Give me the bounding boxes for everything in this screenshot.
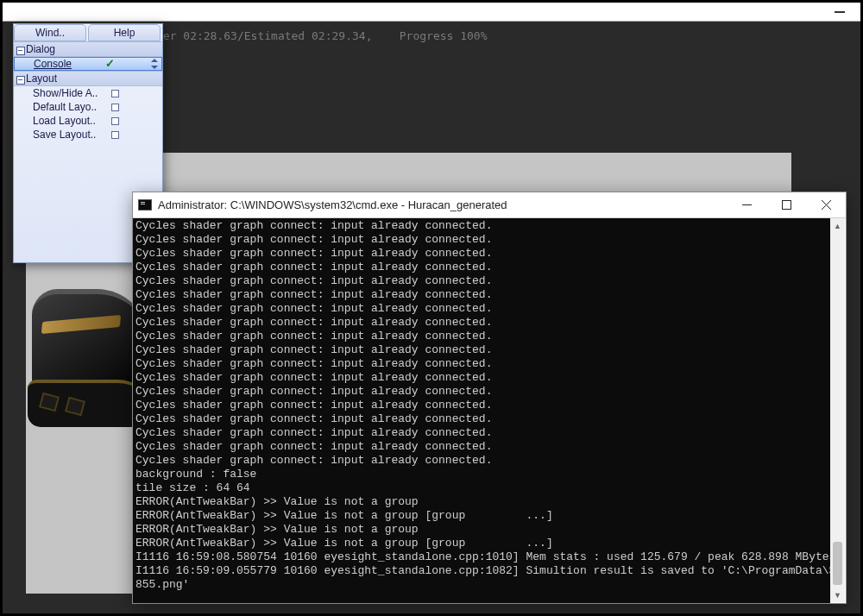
minimize-button[interactable] xyxy=(727,192,766,217)
menu-item-label: Save Layout.. xyxy=(33,129,96,141)
close-button[interactable] xyxy=(806,192,846,217)
checkbox-icon[interactable] xyxy=(111,117,119,125)
outer-titlebar xyxy=(3,3,860,22)
cmd-titlebar[interactable]: Administrator: C:\WINDOWS\system32\cmd.e… xyxy=(133,192,846,218)
menu-item-label: Show/Hide A.. xyxy=(33,87,98,99)
menu-tab-window[interactable]: Wind.. xyxy=(14,24,86,41)
menu-item-label: Load Layout.. xyxy=(33,115,96,127)
menu-item-load-layout[interactable]: Load Layout.. xyxy=(14,114,162,128)
scroll-down-arrow-icon[interactable]: ▼ xyxy=(830,588,845,602)
menu-tab-help[interactable]: Help xyxy=(88,24,161,41)
menu-item-console[interactable]: Console ✓ xyxy=(14,57,162,71)
menu-section-label: Layout xyxy=(26,72,57,85)
menu-item-save-layout[interactable]: Save Layout.. xyxy=(14,128,162,141)
minimize-icon[interactable] xyxy=(835,11,845,13)
minimize-icon xyxy=(742,200,752,210)
cmd-title-text: Administrator: C:\WINDOWS\system32\cmd.e… xyxy=(158,198,507,211)
svg-rect-1 xyxy=(782,201,791,210)
menu-item-label: Console xyxy=(34,58,72,70)
menu-section-dialog[interactable]: Dialog xyxy=(14,41,162,57)
cmd-scrollbar[interactable]: ▲ ▼ xyxy=(830,218,845,602)
cmd-icon xyxy=(138,199,152,211)
menu-item-show-hide[interactable]: Show/Hide A.. xyxy=(14,86,162,100)
menu-section-layout[interactable]: Layout xyxy=(14,71,162,86)
maximize-icon xyxy=(782,200,791,210)
checkbox-icon[interactable] xyxy=(111,90,119,97)
render-status-text: der 02:28.63/Estimated 02:29.34, Progres… xyxy=(156,29,488,42)
scroll-thumb[interactable] xyxy=(833,542,842,585)
scroll-up-arrow-icon[interactable]: ▲ xyxy=(830,218,845,233)
main-window: der 02:28.63/Estimated 02:29.34, Progres… xyxy=(3,3,860,613)
menu-item-label: Default Layo.. xyxy=(33,101,97,113)
checkbox-icon[interactable] xyxy=(111,104,119,111)
cmd-window: Administrator: C:\WINDOWS\system32\cmd.e… xyxy=(132,192,847,604)
menu-item-default-layout[interactable]: Default Layo.. xyxy=(14,100,162,114)
maximize-button[interactable] xyxy=(766,192,806,217)
check-icon: ✓ xyxy=(105,57,115,70)
close-icon xyxy=(822,200,831,210)
checkbox-icon[interactable] xyxy=(111,131,119,139)
menu-section-label: Dialog xyxy=(26,43,55,55)
spinner-icon[interactable] xyxy=(150,59,160,69)
cmd-output[interactable]: Cycles shader graph connect: input alrea… xyxy=(133,218,846,603)
